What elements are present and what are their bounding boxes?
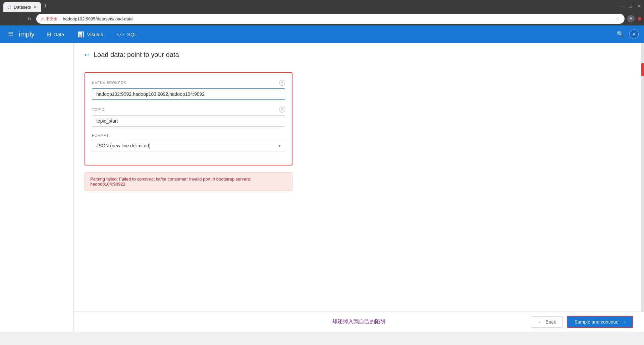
browser-profile-icon[interactable]: A [627,15,635,22]
back-button-icon: ← [538,319,543,325]
back-arrow-icon[interactable]: ↩ [85,51,90,59]
browser-action-icons: A [627,15,641,22]
tab-close-icon[interactable]: ✕ [34,5,37,9]
sidebar [0,43,74,332]
nav-items: ⊞ Data 📊 Visuals </> SQL [40,25,144,43]
app-header: ☰ imply ⊞ Data 📊 Visuals </> SQL 🔍 A [0,25,644,43]
data-nav-label: Data [54,31,64,37]
address-bar-row: ← → ↻ ⚠ 不安全 | hadoop102:9095/datasets/lo… [0,12,644,25]
format-select-wrapper: JSON (new line delimited) CSV TSV Avro P… [92,140,285,151]
star-icon[interactable]: ☆ [615,16,620,21]
visuals-nav-label: Visuals [87,31,103,37]
nav-visuals[interactable]: 📊 Visuals [71,25,110,43]
kafka-brokers-input[interactable] [92,88,285,100]
sample-continue-button[interactable]: Sample and continue → [567,316,633,328]
error-message-box: Parsing failed: Failed to construct kafk… [85,172,292,191]
page-footer: 却还掉入我自己的陷阱 ← Back Sample and continue → [74,312,644,332]
format-field: FORMAT JSON (new line delimited) CSV TSV… [92,133,285,151]
new-tab-button[interactable]: + [41,3,50,10]
page-header: ↩ Load data: point to your data [85,51,633,64]
kafka-brokers-field: KAFKA BROKERS ? [92,80,285,100]
nav-sql[interactable]: </> SQL [110,25,144,43]
topic-help-icon[interactable]: ? [279,107,285,113]
sample-continue-icon: → [621,319,626,325]
reload-button[interactable]: ↻ [25,15,34,23]
header-search-icon[interactable]: 🔍 [616,30,624,38]
sample-continue-label: Sample and continue [574,319,619,325]
address-separator: | [60,17,61,21]
topic-field: TOPIC ? [92,107,285,127]
address-text: hadoop102:9095/datasets/load-data [63,16,613,21]
notification-dot [638,17,641,20]
close-button[interactable]: ✕ [637,3,641,9]
footer-right: ← Back Sample and continue → [531,316,633,328]
form-section: KAFKA BROKERS ? TOPIC ? FORMAT [85,72,292,165]
restore-button[interactable]: □ [629,3,632,9]
sql-nav-icon: </> [116,32,124,37]
topic-input[interactable] [92,115,285,127]
security-warning: ⚠ 不安全 [41,16,58,22]
kafka-brokers-label: KAFKA BROKERS ? [92,80,285,86]
datasets-tab[interactable]: ⬡ Datasets ✕ [3,2,41,12]
sql-nav-label: SQL [127,31,137,37]
tab-favicon: ⬡ [7,5,11,10]
error-message-text: Parsing failed: Failed to construct kafk… [90,177,251,187]
content-area: ↩ Load data: point to your data KAFKA BR… [74,43,644,332]
footer-center-text: 却还掉入我自己的陷阱 [332,318,386,325]
back-nav-button[interactable]: ← [3,15,11,23]
visuals-nav-icon: 📊 [77,31,84,38]
back-button[interactable]: ← Back [531,316,563,328]
forward-nav-button[interactable]: → [14,15,23,23]
tab-label: Datasets [14,5,31,10]
brand-logo: imply [16,30,40,38]
data-nav-icon: ⊞ [47,31,51,38]
page-title: Load data: point to your data [94,51,179,59]
header-right: 🔍 A [616,29,639,39]
format-select[interactable]: JSON (new line delimited) CSV TSV Avro P… [92,140,285,151]
address-bar[interactable]: ⚠ 不安全 | hadoop102:9095/datasets/load-dat… [36,14,625,24]
scrollbar-thumb[interactable] [641,63,644,76]
topic-label: TOPIC ? [92,107,285,113]
kafka-brokers-help-icon[interactable]: ? [279,80,285,86]
tab-bar: ⬡ Datasets ✕ + ─ □ ✕ [0,0,644,12]
header-profile-icon[interactable]: A [629,29,639,39]
nav-data[interactable]: ⊞ Data [40,25,71,43]
minimize-button[interactable]: ─ [621,3,624,9]
back-button-label: Back [545,319,556,325]
hamburger-menu-icon[interactable]: ☰ [5,28,16,41]
main-content: ↩ Load data: point to your data KAFKA BR… [0,43,644,332]
format-label: FORMAT [92,133,285,137]
scrollbar-track[interactable] [641,43,644,332]
